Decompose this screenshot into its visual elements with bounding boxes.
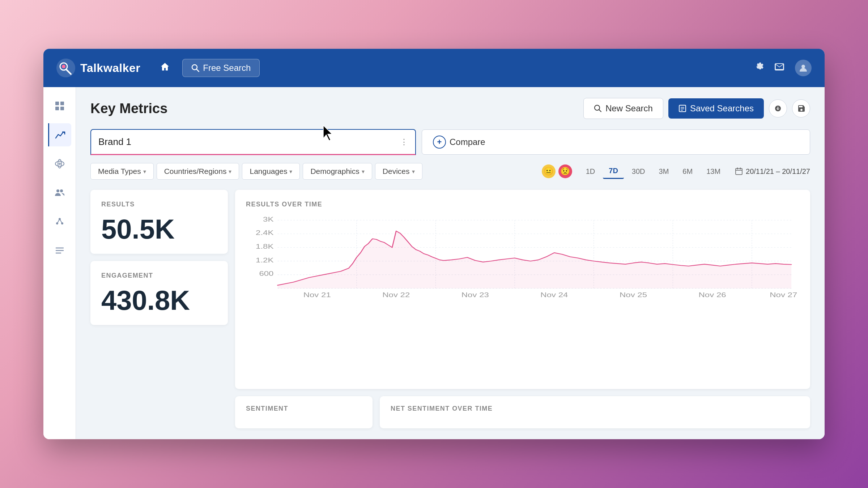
svg-rect-10: [60, 107, 64, 110]
svg-line-20: [60, 219, 62, 223]
net-sentiment-card: NET SENTIMENT OVER TIME: [380, 396, 810, 428]
search-bar-row: Brand 1 ⋮ + Compare: [90, 129, 810, 155]
svg-text:3K: 3K: [263, 215, 274, 223]
media-types-filter[interactable]: Media Types ▾: [90, 163, 154, 180]
search-menu-icon[interactable]: ⋮: [400, 137, 408, 147]
sentiment-icons: 😐 😟: [542, 164, 572, 178]
main-layout: Key Metrics New Search Saved Searches: [43, 87, 825, 439]
svg-point-6: [801, 65, 805, 68]
svg-text:Nov 27: Nov 27: [770, 291, 797, 299]
svg-rect-8: [60, 102, 64, 105]
svg-point-2: [62, 65, 65, 68]
svg-rect-7: [55, 102, 59, 105]
time-30d[interactable]: 30D: [626, 164, 651, 179]
content-area: Key Metrics New Search Saved Searches: [76, 87, 825, 439]
saved-searches-button[interactable]: Saved Searches: [668, 98, 764, 119]
new-search-button[interactable]: New Search: [583, 98, 663, 119]
svg-point-12: [58, 159, 61, 168]
brand-search-input[interactable]: Brand 1 ⋮: [90, 129, 416, 155]
compare-plus-icon: +: [433, 136, 446, 149]
bottom-cards: SENTIMENT NET SENTIMENT OVER TIME: [235, 396, 810, 428]
results-label: RESULTS: [101, 201, 217, 208]
sidebar-item-influencer[interactable]: [48, 210, 71, 233]
brand-input-text: Brand 1: [98, 136, 400, 147]
sidebar-item-social[interactable]: [48, 152, 71, 175]
svg-rect-30: [736, 168, 742, 175]
talkwalker-logo-icon: [56, 59, 75, 77]
app-window: Talkwalker Free Search: [43, 49, 825, 439]
svg-text:Nov 24: Nov 24: [540, 291, 568, 299]
line-chart-svg: .grid-line { stroke: #e0e6ef; stroke-wid…: [246, 214, 799, 301]
chart-label: RESULTS OVER TIME: [246, 201, 799, 208]
sidebar: [43, 87, 76, 439]
demographics-filter[interactable]: Demographics ▾: [303, 163, 372, 180]
languages-filter[interactable]: Languages ▾: [242, 163, 300, 180]
results-over-time-card: RESULTS OVER TIME .grid-line { stroke: #…: [235, 190, 810, 389]
svg-rect-26: [679, 105, 686, 112]
time-7d[interactable]: 7D: [603, 164, 624, 179]
date-range-text: 20/11/21 – 20/11/27: [746, 167, 810, 176]
home-button[interactable]: [155, 58, 175, 78]
refresh-button[interactable]: [769, 99, 787, 117]
messages-icon[interactable]: [774, 61, 785, 75]
svg-point-11: [55, 161, 64, 166]
svg-point-15: [60, 189, 63, 192]
user-avatar[interactable]: [795, 60, 812, 76]
engagement-value: 430.8K: [101, 287, 217, 314]
sidebar-item-reports[interactable]: [48, 239, 71, 262]
negative-sentiment-icon[interactable]: 😟: [558, 164, 572, 178]
time-filters: 1D 7D 30D 3M 6M 13M: [580, 164, 726, 179]
settings-icon[interactable]: [753, 61, 764, 75]
engagement-label: ENGAGEMENT: [101, 272, 217, 279]
svg-text:Nov 21: Nov 21: [303, 291, 331, 299]
svg-text:Nov 26: Nov 26: [699, 291, 726, 299]
svg-point-13: [59, 163, 60, 164]
devices-filter[interactable]: Devices ▾: [375, 163, 422, 180]
sidebar-item-audience[interactable]: [48, 181, 71, 204]
sidebar-item-analytics[interactable]: [48, 94, 71, 117]
svg-text:Nov 23: Nov 23: [461, 291, 489, 299]
new-search-label: New Search: [605, 103, 653, 114]
svg-line-25: [599, 110, 601, 112]
time-1d[interactable]: 1D: [580, 164, 601, 179]
svg-point-14: [56, 189, 59, 192]
free-search-button[interactable]: Free Search: [182, 59, 260, 77]
svg-point-0: [56, 59, 75, 77]
net-sentiment-label: NET SENTIMENT OVER TIME: [391, 405, 799, 412]
metrics-container: RESULTS 50.5K ENGAGEMENT 430.8K RESULTS …: [90, 190, 810, 428]
header-actions: New Search Saved Searches: [583, 98, 810, 119]
right-metrics: RESULTS OVER TIME .grid-line { stroke: #…: [235, 190, 810, 428]
svg-rect-9: [55, 107, 59, 110]
svg-line-5: [196, 69, 199, 72]
svg-text:2.4K: 2.4K: [256, 229, 274, 237]
chevron-down-icon: ▾: [143, 168, 146, 175]
filter-row: Media Types ▾ Countries/Regions ▾ Langua…: [90, 163, 810, 180]
sidebar-item-trends[interactable]: [48, 123, 71, 146]
chevron-down-icon: ▾: [289, 168, 292, 175]
saved-searches-label: Saved Searches: [690, 103, 754, 114]
chevron-down-icon: ▾: [412, 168, 415, 175]
svg-line-19: [57, 219, 60, 223]
left-metrics: RESULTS 50.5K ENGAGEMENT 430.8K: [90, 190, 228, 428]
time-6m[interactable]: 6M: [677, 164, 698, 179]
date-range-picker[interactable]: 20/11/21 – 20/11/27: [735, 167, 810, 176]
compare-label: Compare: [450, 137, 485, 147]
time-3m[interactable]: 3M: [653, 164, 675, 179]
countries-filter[interactable]: Countries/Regions ▾: [157, 163, 239, 180]
page-title: Key Metrics: [90, 101, 583, 116]
neutral-sentiment-icon[interactable]: 😐: [542, 164, 556, 178]
nav-icons: [753, 60, 812, 76]
results-value: 50.5K: [101, 215, 217, 243]
compare-button[interactable]: + Compare: [422, 129, 810, 155]
svg-text:1.2K: 1.2K: [256, 256, 274, 264]
content-header: Key Metrics New Search Saved Searches: [90, 98, 810, 119]
time-13m[interactable]: 13M: [701, 164, 726, 179]
svg-text:600: 600: [259, 270, 273, 278]
svg-text:Nov 25: Nov 25: [620, 291, 647, 299]
logo-text: Talkwalker: [80, 61, 140, 75]
sentiment-card: SENTIMENT: [235, 396, 373, 428]
engagement-card: ENGAGEMENT 430.8K: [90, 261, 228, 325]
results-card: RESULTS 50.5K: [90, 190, 228, 254]
save-button[interactable]: [792, 99, 810, 117]
free-search-label: Free Search: [203, 63, 251, 73]
